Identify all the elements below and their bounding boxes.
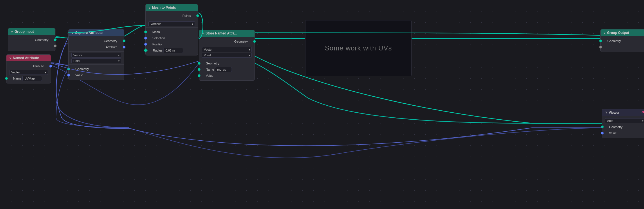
capture-type-select-wrap[interactable]: VectorFloat	[71, 53, 121, 58]
mtp-mesh-label: Mesh	[148, 30, 160, 34]
sna-geometry-in-label: Geometry	[202, 62, 219, 65]
mtp-position-socket	[144, 43, 147, 46]
group-input-header: ∨ Group Input	[8, 28, 55, 35]
viewer-mode-select-wrap[interactable]: AutoFloatVector	[605, 118, 644, 123]
group-input-geometry-label: Geometry	[11, 38, 52, 41]
mtp-points-out-label: Points	[148, 14, 195, 17]
named-attribute-title: Named Attribute	[13, 56, 39, 60]
capture-attribute-node: ∨ Capture Attribute Geometry Attribute V…	[68, 29, 124, 80]
store-named-attr-title: Store Named Attri...	[206, 31, 237, 35]
mesh-to-points-header: ∨ Mesh to Points	[146, 4, 198, 11]
mtp-position-label: Position	[148, 43, 163, 46]
mtp-radius-label: Radius	[148, 49, 162, 52]
go-geometry-in-label: Geometry	[603, 39, 621, 43]
named-attribute-name-label: Name	[9, 77, 21, 80]
group-output-header: ∨ Group Output	[601, 29, 644, 36]
viewer-title: Viewer	[609, 111, 619, 115]
capture-value-in-socket	[67, 74, 70, 76]
named-attribute-output-socket	[49, 65, 52, 68]
sna-name-input[interactable]	[215, 67, 232, 72]
go-geometry-in-socket	[599, 40, 602, 42]
go-hidden-socket	[599, 46, 602, 48]
mtp-selection-label: Selection	[148, 36, 165, 40]
capture-geometry-in-label: Geometry	[71, 67, 89, 71]
mtp-points-out-socket	[196, 14, 199, 17]
viewer-eye-icon[interactable]: 👁	[641, 110, 644, 115]
group-input-node: ∨ Group Input Geometry	[8, 28, 55, 51]
viewer-mode-select[interactable]: AutoFloatVector	[605, 118, 644, 123]
sna-type-select[interactable]: VectorFloat	[202, 47, 252, 52]
named-attribute-node: ∨ Named Attribute Attribute Vector Float…	[6, 54, 51, 83]
mtp-selection-socket	[144, 37, 147, 40]
group-input-hidden-socket	[54, 45, 57, 47]
sna-geometry-in-socket	[198, 62, 200, 65]
group-input-title: Group Input	[15, 30, 34, 34]
sna-name-socket	[198, 68, 200, 71]
sna-geometry-out-label: Geometry	[202, 40, 252, 43]
named-attribute-header: ∨ Named Attribute	[6, 55, 51, 61]
sna-name-label: Name	[202, 68, 214, 71]
capture-attribute-title: Capture Attribute	[75, 31, 102, 35]
annotation-text: Some work with UVs	[325, 44, 392, 52]
sna-value-label: Value	[202, 74, 213, 77]
sna-domain-select-wrap[interactable]: PointFace	[202, 53, 252, 58]
named-attribute-name-input[interactable]	[22, 76, 42, 81]
viewer-header: ∨ Viewer 👁	[602, 109, 644, 116]
mtp-radius-socket	[144, 48, 148, 52]
capture-geometry-in-socket	[67, 68, 70, 70]
sna-domain-select[interactable]: PointFace	[202, 53, 252, 58]
capture-geometry-out-socket	[123, 40, 125, 42]
mesh-to-points-node: ∨ Mesh to Points Points VerticesEdgesFac…	[145, 4, 198, 55]
capture-attribute-out-socket	[123, 46, 125, 48]
viewer-geometry-socket	[601, 126, 604, 128]
sna-type-select-wrap[interactable]: VectorFloat	[202, 47, 252, 52]
mtp-mesh-socket	[144, 31, 147, 33]
sna-value-socket	[198, 74, 200, 77]
viewer-geometry-label: Geometry	[605, 125, 622, 129]
named-attribute-output-label: Attribute	[9, 64, 48, 68]
named-attribute-type-select[interactable]: Vector Float Integer	[9, 70, 48, 75]
annotation-box: Some work with UVs	[305, 20, 412, 76]
group-output-node: ∨ Group Output Geometry	[600, 29, 644, 52]
capture-type-select[interactable]: VectorFloat	[71, 53, 121, 58]
viewer-value-label: Value	[605, 131, 617, 135]
capture-attribute-out-label: Attribute	[71, 45, 121, 49]
named-attribute-type-select-wrap[interactable]: Vector Float Integer	[9, 70, 48, 75]
capture-value-in-label: Value	[71, 73, 83, 77]
capture-domain-select-wrap[interactable]: PointFace	[71, 58, 121, 63]
group-input-geometry-socket[interactable]	[54, 38, 57, 41]
viewer-value-socket	[601, 132, 604, 134]
capture-geometry-out-label: Geometry	[71, 39, 121, 43]
group-output-title: Group Output	[607, 31, 629, 35]
store-named-attribute-node: ∨ Store Named Attri... Geometry VectorFl…	[199, 30, 255, 81]
mesh-to-points-title: Mesh to Points	[152, 6, 176, 10]
viewer-node: ∨ Viewer 👁 AutoFloatVector Geometry Valu…	[602, 109, 644, 138]
named-attribute-name-socket	[5, 77, 8, 80]
mtp-radius-input[interactable]	[164, 48, 183, 53]
mtp-mode-select[interactable]: VerticesEdgesFaces	[148, 21, 195, 26]
capture-attribute-header: ∨ Capture Attribute	[69, 29, 124, 36]
capture-domain-select[interactable]: PointFace	[71, 58, 121, 63]
mtp-mode-select-wrap[interactable]: VerticesEdgesFaces	[148, 21, 195, 26]
store-named-attr-header: ∨ Store Named Attri...	[199, 30, 255, 37]
sna-geometry-out-socket	[253, 40, 256, 43]
